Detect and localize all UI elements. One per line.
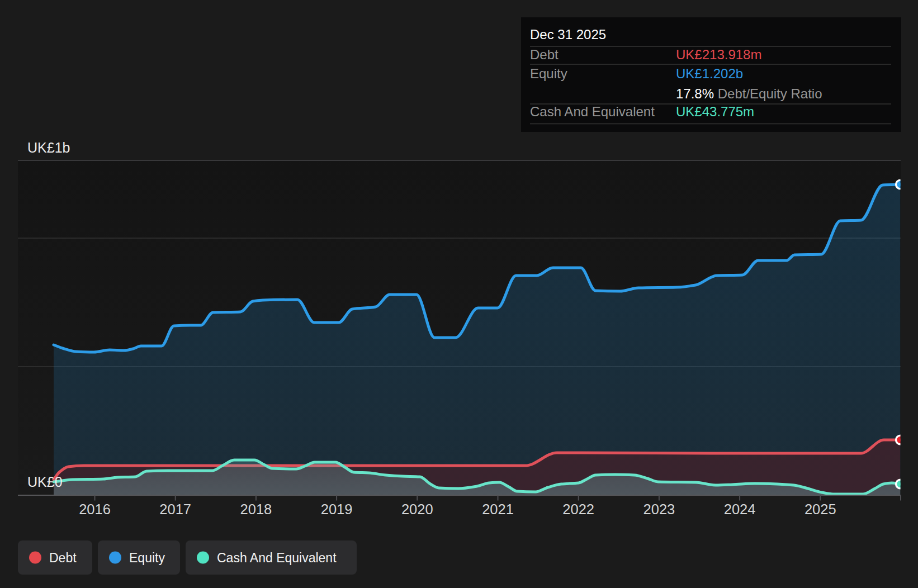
svg-text:2016: 2016 <box>79 501 111 517</box>
svg-text:2023: 2023 <box>643 501 675 517</box>
svg-text:Debt: Debt <box>49 551 77 565</box>
svg-text:Debt: Debt <box>530 47 559 62</box>
svg-text:Dec 31 2025: Dec 31 2025 <box>530 27 606 42</box>
svg-text:2025: 2025 <box>805 501 836 517</box>
svg-text:UK£43.775m: UK£43.775m <box>676 104 754 119</box>
svg-text:Cash And Equivalent: Cash And Equivalent <box>217 551 337 565</box>
svg-text:2022: 2022 <box>562 501 594 517</box>
svg-text:2021: 2021 <box>482 501 514 517</box>
svg-text:UK£0: UK£0 <box>27 474 63 490</box>
svg-text:Cash And Equivalent: Cash And Equivalent <box>530 104 655 119</box>
svg-text:UK£1.202b: UK£1.202b <box>676 66 743 81</box>
svg-text:2017: 2017 <box>159 501 191 517</box>
svg-text:UK£1b: UK£1b <box>27 140 70 155</box>
svg-text:2020: 2020 <box>401 501 433 517</box>
svg-text:Equity: Equity <box>530 66 567 81</box>
svg-text:2019: 2019 <box>321 501 353 517</box>
svg-text:2024: 2024 <box>724 501 756 517</box>
svg-text:Equity: Equity <box>129 551 165 565</box>
svg-text:UK£213.918m: UK£213.918m <box>676 47 761 62</box>
svg-text:2018: 2018 <box>240 501 272 517</box>
svg-text:17.8% Debt/Equity Ratio: 17.8% Debt/Equity Ratio <box>676 86 822 101</box>
